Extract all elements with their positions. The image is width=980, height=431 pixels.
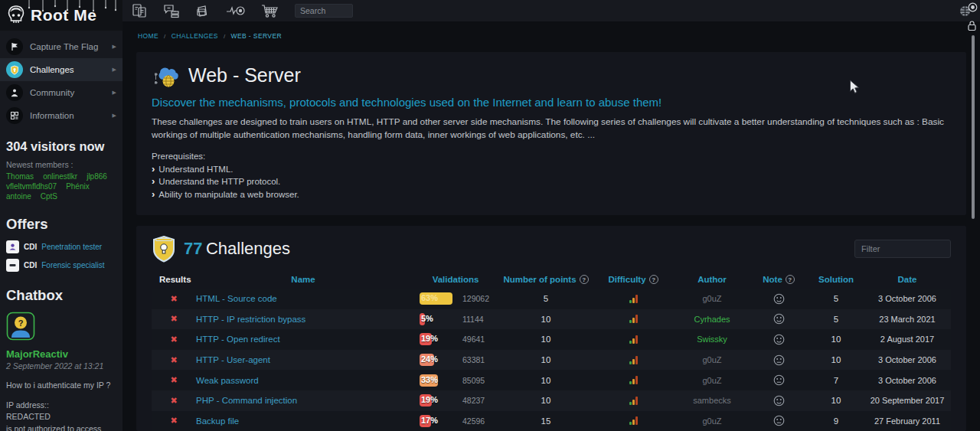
col-results[interactable]: Results — [152, 275, 196, 284]
sidebar-item-capture-the-flag[interactable]: Capture The Flag ▶ — [0, 35, 122, 58]
difficulty-icon — [629, 295, 638, 303]
table-header: Results Name Validations Number of point… — [152, 270, 951, 289]
note-cell — [749, 395, 808, 407]
offer-penetration-tester[interactable]: CDI Penetration tester — [6, 240, 116, 253]
validation-count: 11144 — [462, 315, 484, 324]
breadcrumb-home[interactable]: HOME — [138, 32, 158, 40]
col-note[interactable]: Note? — [749, 275, 808, 284]
search-input[interactable] — [295, 4, 353, 18]
record-icon[interactable] — [968, 2, 978, 15]
not-validated-icon: ✖ — [170, 294, 177, 303]
chevron-right-icon: ▶ — [113, 90, 116, 96]
table-row: ✖ Backup file 17% 42596 15 g0uZ 9 27 Feb… — [152, 411, 951, 431]
help-icon[interactable]: ? — [580, 275, 589, 284]
difficulty-icon — [629, 315, 638, 323]
root-me-app: Root Me Capture The Flag ▶ Challenges ▶ — [0, 0, 980, 431]
docs-icon[interactable] — [132, 3, 148, 18]
scrollbar-thumb[interactable] — [972, 35, 975, 219]
newest-members-list: Thomas onlinestlkr jlp866 vfleltvmfldhs0… — [6, 172, 116, 201]
col-validations[interactable]: Validations — [410, 275, 501, 284]
filter-input[interactable] — [854, 240, 951, 258]
challenge-link[interactable]: HTML - Source code — [196, 294, 277, 303]
challenge-link[interactable]: Weak password — [196, 376, 259, 385]
col-difficulty[interactable]: Difficulty? — [591, 275, 675, 284]
table-body: ✖ HTML - Source code 63% 129062 5 g0uZ 5… — [152, 289, 951, 431]
logo[interactable]: Root Me — [0, 0, 122, 31]
activity-icon[interactable] — [226, 4, 246, 18]
challenge-link[interactable]: Backup file — [196, 416, 239, 426]
author-link[interactable]: g0uZ — [702, 355, 721, 364]
note-cell — [749, 293, 808, 305]
validations-cell: 19% 49641 — [410, 333, 501, 345]
author-link[interactable]: sambecks — [693, 396, 731, 405]
chat-username[interactable]: MajorReactiv — [6, 348, 68, 360]
cart-icon[interactable] — [261, 3, 279, 18]
breadcrumb-separator: / — [164, 33, 166, 40]
prerequisites-label: Prerequisites: — [152, 152, 951, 161]
shield-icon — [6, 61, 23, 78]
archive-icon[interactable] — [195, 3, 211, 18]
challenge-link[interactable]: HTTP - IP restriction bypass — [196, 315, 305, 324]
community-icon — [6, 84, 23, 101]
member-link[interactable]: jlp866 — [87, 172, 107, 181]
chat-message: How to i authenticate my IP ? — [6, 380, 116, 390]
author-link[interactable]: Swissky — [697, 335, 727, 344]
col-points[interactable]: Number of points? — [501, 275, 591, 284]
col-author[interactable]: Author — [675, 275, 749, 284]
challenge-link[interactable]: HTTP - User-agent — [196, 355, 270, 364]
author-link[interactable]: g0uZ — [702, 416, 721, 426]
breadcrumb: HOME / CHALLENGES / WEB - SERVER — [122, 21, 980, 40]
breadcrumb-challenges[interactable]: CHALLENGES — [172, 32, 218, 40]
col-date[interactable]: Date — [864, 275, 951, 284]
sidebar-item-challenges[interactable]: Challenges ▶ — [0, 58, 122, 81]
prerequisite-item: ›Understand the HTTP protocol. — [152, 177, 951, 186]
help-icon[interactable]: ? — [786, 275, 795, 284]
author-link[interactable]: Cyrhades — [694, 315, 730, 324]
validations-cell: 5% 11144 — [410, 313, 501, 325]
validation-count: 129062 — [462, 294, 489, 303]
not-validated-icon: ✖ — [170, 375, 177, 384]
challenge-link[interactable]: PHP - Command injection — [196, 396, 297, 405]
col-name[interactable]: Name — [196, 275, 410, 284]
validation-count: 85095 — [462, 376, 485, 385]
solution-count: 10 — [808, 396, 864, 405]
chat-timestamp: 2 September 2022 at 13:21 — [6, 361, 116, 371]
offer-forensic-specialist[interactable]: CDI Forensic specialist — [6, 259, 116, 272]
sidebar-item-community[interactable]: Community ▶ — [0, 81, 122, 104]
date-value: 3 October 2006 — [864, 294, 951, 303]
member-link[interactable]: onlinestlkr — [43, 172, 77, 181]
col-solution[interactable]: Solution — [808, 275, 864, 284]
offer-link[interactable]: Penetration tester — [41, 243, 102, 251]
challenge-count-label: Challenges — [206, 239, 290, 258]
not-validated-icon: ✖ — [170, 355, 177, 364]
chevron-bullet-icon: › — [152, 191, 155, 198]
note-face-icon — [773, 313, 785, 325]
note-cell — [749, 374, 808, 386]
validation-count: 48237 — [462, 396, 485, 405]
challenge-link[interactable]: HTTP - Open redirect — [196, 335, 280, 344]
topbar — [122, 0, 980, 21]
cloud-globe-icon — [152, 61, 181, 89]
breadcrumb-current[interactable]: WEB - SERVER — [231, 32, 283, 40]
sidebar-item-label: Challenges — [30, 65, 106, 74]
validation-percentage: 63% — [421, 293, 438, 302]
author-link[interactable]: g0uZ — [702, 376, 721, 385]
help-icon[interactable]: ? — [649, 275, 658, 284]
avatar[interactable]: ? — [6, 312, 35, 341]
member-link[interactable]: CptS — [41, 192, 57, 201]
member-link[interactable]: Phénix — [66, 182, 90, 191]
member-link[interactable]: antoine — [6, 192, 31, 201]
member-link[interactable]: vfleltvmfldhs07 — [6, 182, 57, 191]
points-value: 10 — [501, 335, 591, 344]
member-link[interactable]: Thomas — [6, 172, 34, 181]
sidebar-item-information[interactable]: Information ▶ — [0, 104, 122, 127]
lock-icon[interactable] — [967, 20, 978, 34]
validations-cell: 24% 63381 — [410, 354, 501, 366]
sidebar: Root Me Capture The Flag ▶ Challenges ▶ — [0, 0, 122, 431]
forum-icon[interactable] — [163, 3, 180, 18]
offer-link[interactable]: Forensic specialist — [41, 261, 104, 269]
points-value: 10 — [501, 376, 591, 385]
validation-count: 49641 — [462, 335, 485, 344]
author-link[interactable]: g0uZ — [702, 294, 721, 303]
not-validated-icon: ✖ — [170, 416, 177, 425]
